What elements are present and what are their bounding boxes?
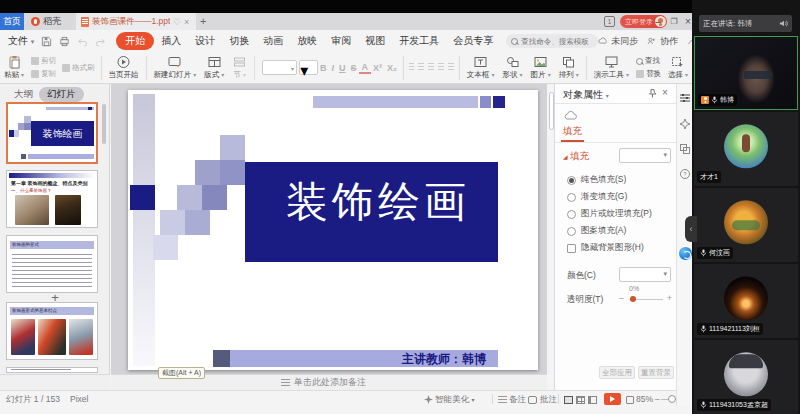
sidebar-collapse-handle[interactable]: ‹	[685, 216, 697, 242]
command-search[interactable]	[506, 34, 598, 48]
numbering-icon[interactable]	[418, 63, 424, 72]
slide-canvas[interactable]: 装饰绘画 主讲教师：韩博	[128, 90, 538, 370]
beautify-star-icon[interactable]	[679, 118, 691, 130]
replace-button[interactable]: 替换	[636, 69, 661, 79]
paste-button[interactable]: 粘贴 ▾	[0, 55, 28, 80]
find-button[interactable]: 查找	[636, 56, 661, 66]
hide-background-checkbox[interactable]	[567, 244, 576, 253]
zoom-slider-knob[interactable]	[668, 395, 676, 403]
slides-tab[interactable]: 幻灯片	[39, 87, 84, 102]
comments-toggle[interactable]: 批注	[528, 391, 557, 407]
presentation-tools-button[interactable]: 演示工具 ▾	[590, 55, 633, 80]
tab-review[interactable]: 审阅	[324, 32, 358, 50]
picture-fill-option[interactable]: 图片或纹理填充(P)	[567, 208, 652, 220]
tab-member[interactable]: 会员专享	[446, 32, 500, 50]
hide-background-option[interactable]: 隐藏背景图形(H)	[567, 242, 644, 254]
file-menu[interactable]: 文件 ▾	[8, 34, 34, 48]
slideshow-play-button[interactable]	[604, 393, 621, 405]
ai-assistant-icon[interactable]	[678, 246, 693, 261]
participant-tile-1[interactable]: 韩博	[694, 36, 798, 110]
new-slide-button[interactable]: 新建幻灯片 ▾	[150, 55, 201, 80]
tab-close-icon[interactable]: ×	[184, 17, 189, 27]
properties-close-icon[interactable]: ×	[662, 87, 668, 98]
pattern-fill-option[interactable]: 图案填充(A)	[567, 225, 626, 237]
zoom-out-button[interactable]: –	[655, 391, 660, 407]
reading-view-icon[interactable]	[588, 396, 597, 404]
gradient-fill-radio[interactable]	[567, 193, 576, 202]
solid-fill-radio[interactable]	[567, 176, 576, 185]
add-slide-button[interactable]: +	[0, 290, 110, 306]
transparency-plus[interactable]: +	[667, 293, 672, 303]
collaborate-button[interactable]: 协作	[647, 35, 678, 48]
pin-icon[interactable]	[647, 88, 658, 99]
transparency-minus[interactable]: –	[619, 293, 624, 303]
zoom-fit[interactable]: 85%	[626, 391, 653, 407]
object-properties-icon[interactable]	[679, 92, 691, 104]
document-tab[interactable]: 装饰画课件——1.ppt ♡ ×	[76, 13, 196, 30]
fill-preset-dropdown[interactable]	[619, 148, 671, 163]
resource-library-icon[interactable]	[679, 143, 691, 155]
underline-button[interactable]: U	[337, 63, 349, 73]
sync-status[interactable]: 未同步	[598, 35, 638, 48]
tab-slideshow[interactable]: 放映	[290, 32, 324, 50]
subscript-button[interactable]: X₂	[385, 63, 400, 73]
bold-button[interactable]: B	[318, 63, 330, 73]
play-from-current-button[interactable]: 当页开始	[105, 55, 143, 80]
tab-insert[interactable]: 插入	[154, 32, 188, 50]
search-input[interactable]	[521, 37, 596, 46]
gradient-fill-option[interactable]: 渐变填充(G)	[567, 191, 627, 203]
decrease-indent-icon[interactable]	[428, 63, 434, 72]
color-dropdown[interactable]	[619, 267, 671, 282]
fill-section-header[interactable]: ◢ 填充	[563, 150, 589, 163]
save-icon[interactable]	[41, 36, 52, 47]
font-size-select[interactable]: ▾	[299, 60, 317, 75]
format-painter-button[interactable]: 格式刷	[62, 63, 95, 73]
bullets-icon[interactable]	[409, 63, 415, 72]
cut-button[interactable]: 剪切	[31, 56, 56, 66]
fill-tab[interactable]: 填充	[561, 125, 584, 142]
apply-all-button[interactable]: 全部应用	[599, 366, 635, 379]
participant-tile-2[interactable]: 才才1	[694, 112, 798, 186]
slide-title[interactable]: 装饰绘画	[258, 174, 498, 230]
smart-beautify-button[interactable]: 智能美化 ▾	[424, 391, 474, 407]
participant-tile-5[interactable]: 1119431053孟京超	[694, 340, 798, 414]
normal-view-icon[interactable]	[564, 396, 573, 404]
redo-icon[interactable]	[95, 36, 106, 47]
print-icon[interactable]	[59, 36, 70, 47]
docer-tab[interactable]: 稻壳	[27, 13, 65, 30]
picture-fill-radio[interactable]	[567, 210, 576, 219]
slide-thumbnail-1[interactable]: 装饰绘画	[6, 102, 98, 164]
select-button[interactable]: 选择 ▾	[664, 55, 692, 80]
picture-button[interactable]: 图片 ▾	[527, 55, 555, 80]
increase-indent-icon[interactable]	[438, 63, 444, 72]
notes-toggle[interactable]: 备注	[498, 391, 526, 407]
transparency-slider-knob[interactable]	[630, 296, 636, 302]
slide-thumbnail-3[interactable]: 装饰画的形式	[6, 235, 98, 293]
layout-button[interactable]: 版式 ▾	[200, 55, 228, 80]
theme-name[interactable]: Pixel	[70, 391, 88, 407]
solid-fill-option[interactable]: 纯色填充(S)	[567, 174, 626, 186]
participant-tile-3[interactable]: 何汶画	[694, 188, 798, 262]
tab-home[interactable]: 开始	[116, 32, 154, 50]
section-button[interactable]: 节 ▾	[228, 55, 251, 80]
help-icon[interactable]: ?	[679, 168, 691, 180]
shape-button[interactable]: 形状 ▾	[498, 55, 526, 80]
window-switch-icon[interactable]: 1	[604, 16, 615, 27]
arrange-button[interactable]: 排列 ▾	[555, 55, 583, 80]
new-tab-button[interactable]: +	[200, 15, 206, 27]
favorite-heart-icon[interactable]: ♡	[173, 17, 181, 27]
outline-tab[interactable]: 大纲	[14, 88, 33, 101]
tab-developer[interactable]: 开发工具	[392, 32, 446, 50]
thumbnail-scrollbar[interactable]	[102, 104, 106, 144]
slide-editing-area[interactable]: 装饰绘画 主讲教师：韩博	[111, 84, 547, 374]
reset-background-button[interactable]: 重置背景	[638, 366, 674, 379]
tab-transition[interactable]: 切换	[222, 32, 256, 50]
home-tab[interactable]: 首页	[0, 13, 24, 30]
undo-icon[interactable]	[77, 36, 88, 47]
italic-button[interactable]: I	[329, 63, 337, 73]
notes-placeholder[interactable]: 单击此处添加备注	[281, 376, 366, 389]
tab-animation[interactable]: 动画	[256, 32, 290, 50]
font-name-select[interactable]: ▾	[262, 60, 297, 75]
text-box-button[interactable]: 文本框 ▾	[463, 55, 499, 80]
slide-thumbnail-4[interactable]: 装饰画形式的基本特点	[6, 302, 98, 360]
